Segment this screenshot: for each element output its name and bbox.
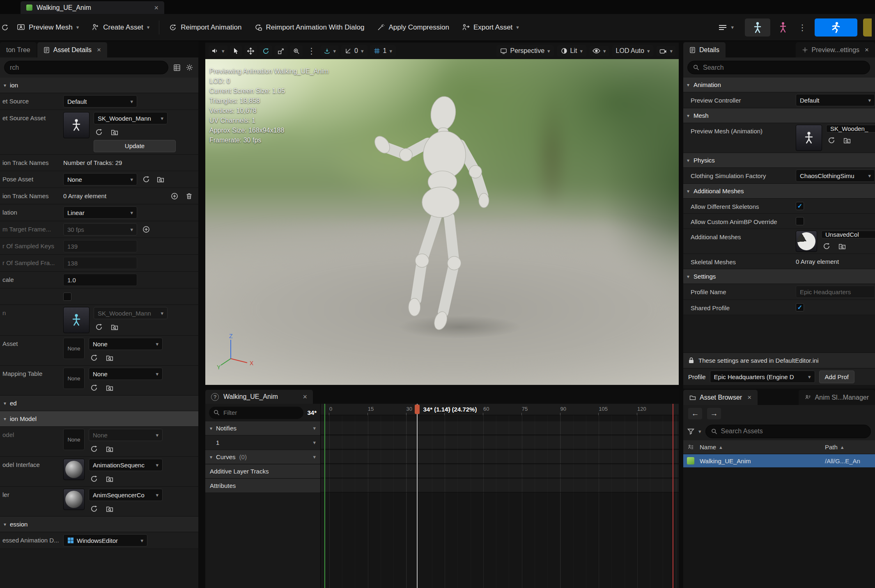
asset-editor-menu-button[interactable]: ▾ xyxy=(713,20,739,35)
back-button[interactable]: ← xyxy=(688,408,702,419)
translate-tool-button[interactable] xyxy=(244,46,257,57)
add-profile-button[interactable]: Add Prof xyxy=(819,371,854,383)
close-tab-icon[interactable]: × xyxy=(747,394,751,401)
odel-interface-dropdown[interactable]: AnimationSequenc▾ xyxy=(89,459,163,471)
row-checkbox[interactable] xyxy=(63,293,71,301)
export-asset-button[interactable]: Export Asset ▾ xyxy=(456,19,524,36)
ler-dropdown[interactable]: AnimSequencerCo▾ xyxy=(89,489,163,501)
timeline-tab[interactable]: ? Walking_UE_Anim × xyxy=(205,390,313,404)
close-tab-icon[interactable]: × xyxy=(97,46,101,53)
track-options-icon[interactable]: ▾ xyxy=(313,454,316,460)
browse-to-asset-icon[interactable] xyxy=(109,322,120,332)
column-path[interactable]: Path ▲ xyxy=(825,444,875,451)
select-tool-button[interactable] xyxy=(230,46,242,57)
track-lane[interactable] xyxy=(321,464,679,478)
category-settings[interactable]: ▾Settings xyxy=(683,269,875,284)
timeline-filter-input[interactable]: Filter xyxy=(209,407,303,419)
collection-thumbnail[interactable] xyxy=(796,231,817,252)
gear-icon[interactable] xyxy=(186,64,193,71)
forward-button[interactable]: → xyxy=(707,408,721,419)
close-tab-icon[interactable]: × xyxy=(865,46,869,53)
use-selected-asset-icon[interactable] xyxy=(826,135,837,146)
update-button[interactable]: Update xyxy=(94,140,176,152)
rotation-snap-button[interactable]: 0 ▾ xyxy=(341,45,367,57)
track-lane[interactable] xyxy=(321,421,679,435)
category-ion[interactable]: ▾ion xyxy=(0,78,198,93)
category-mesh[interactable]: ▾Mesh xyxy=(683,108,875,123)
et-source-dropdown[interactable]: Default▾ xyxy=(63,95,137,108)
search-input[interactable]: rch xyxy=(4,61,168,74)
partial-toolbar-button[interactable] xyxy=(0,19,10,36)
browse-to-asset-icon[interactable] xyxy=(837,241,847,252)
odel-dropdown[interactable]: None▾ xyxy=(89,429,163,441)
use-selected-asset-icon[interactable] xyxy=(821,241,832,252)
track-lane[interactable] xyxy=(321,450,679,464)
allow-different-skeletons-checkbox[interactable]: ✓ xyxy=(796,202,804,210)
rotate-tool-button[interactable] xyxy=(260,46,272,57)
empty-thumbnail[interactable]: None xyxy=(63,429,85,450)
add-element-icon[interactable] xyxy=(169,191,180,201)
r-of-sampled-fra-input[interactable]: 138 xyxy=(63,257,137,269)
skeleton-tool-button[interactable] xyxy=(776,18,790,37)
r-of-sampled-keys-input[interactable]: 139 xyxy=(63,240,137,252)
et-source-asset-dropdown[interactable]: SK_Wooden_Mann▾ xyxy=(94,112,168,124)
track-curves[interactable]: ▾Curves(0)▾ xyxy=(205,450,320,464)
track-1[interactable]: 1▾ xyxy=(205,436,320,449)
viewport-3d-scene[interactable]: Previewing Animation Walking_UE_AnimLOD:… xyxy=(205,59,679,385)
mesh-thumbnail[interactable] xyxy=(796,125,822,151)
allow-custom-animbp-override-checkbox[interactable] xyxy=(796,217,804,225)
use-selected-asset-icon[interactable] xyxy=(89,444,99,454)
focus-selected-button[interactable] xyxy=(290,46,303,57)
asset-dropdown[interactable]: None▾ xyxy=(89,338,163,350)
more-options-icon[interactable]: ⋮ xyxy=(796,23,809,32)
close-tab-icon[interactable]: × xyxy=(303,393,307,400)
tab-skeleton-tree[interactable]: ton Tree xyxy=(0,42,37,57)
asset-search-input[interactable]: Search Assets xyxy=(705,425,871,438)
create-asset-button[interactable]: Create Asset ▾ xyxy=(86,19,155,36)
asset-row-walking-ue-anim[interactable]: Walking_UE_Anim /All/G...E_An xyxy=(683,454,875,468)
profile-dropdown[interactable]: Epic Headquarters (Engine D ▾ xyxy=(710,371,815,383)
category-ession[interactable]: ▾ession xyxy=(0,517,198,532)
track-notifies[interactable]: ▾Notifies▾ xyxy=(205,421,320,435)
tab-asset-details[interactable]: Asset Details × xyxy=(37,42,107,57)
browse-to-asset-icon[interactable] xyxy=(109,127,120,137)
track-additive-layer-tracks[interactable]: Additive Layer Tracks xyxy=(205,464,320,478)
scale-tool-button[interactable] xyxy=(275,46,287,57)
type-column-icon[interactable] xyxy=(683,444,698,450)
timeline-ruler[interactable]: 0153045607590105120 xyxy=(321,404,679,415)
tab-asset-browser[interactable]: Asset Browser × xyxy=(683,390,758,405)
view-options-icon[interactable] xyxy=(173,64,181,71)
filter-icon[interactable] xyxy=(687,428,694,435)
animation-mode-button[interactable] xyxy=(815,18,857,37)
tab-details[interactable]: Details xyxy=(683,42,726,57)
clothing-simulation-factory-dropdown[interactable]: ChaosClothingSimu▾ xyxy=(796,169,875,182)
browse-to-asset-icon[interactable] xyxy=(104,382,115,393)
track-options-icon[interactable]: ▾ xyxy=(313,439,316,446)
perspective-dropdown[interactable]: Perspective ▾ xyxy=(496,45,553,57)
window-tab[interactable]: Walking_UE_Anim × xyxy=(21,1,164,14)
additional-meshes-dropdown[interactable]: UnsavedCol▾ xyxy=(821,231,875,238)
shared-profile-checkbox[interactable]: ✓ xyxy=(796,303,804,311)
skeleton-thumbnail[interactable] xyxy=(63,307,90,333)
browse-to-asset-icon[interactable] xyxy=(104,474,115,484)
use-selected-asset-icon[interactable] xyxy=(94,322,104,332)
browse-to-asset-icon[interactable] xyxy=(155,174,166,185)
expander-icon[interactable]: ▾ xyxy=(210,426,212,431)
lit-mode-dropdown[interactable]: Lit ▾ xyxy=(557,45,586,57)
reimport-animation-button[interactable]: Reimport Animation xyxy=(163,19,247,36)
apply-compression-button[interactable]: Apply Compression xyxy=(371,19,454,36)
help-icon[interactable]: ? xyxy=(211,393,219,401)
use-selected-asset-icon[interactable] xyxy=(89,503,99,514)
tab-anim-slot-manager[interactable]: Anim Sl...Manager xyxy=(799,390,875,405)
cale-input[interactable]: 1.0 xyxy=(63,274,137,286)
track-lane[interactable] xyxy=(321,479,679,492)
sphere-thumbnail[interactable] xyxy=(63,459,85,480)
browse-to-asset-icon[interactable] xyxy=(104,503,115,514)
category-additional-meshes[interactable]: ▾Additional Meshes xyxy=(683,184,875,199)
preview-scene-settings-button[interactable] xyxy=(745,18,770,37)
viewport-more-icon[interactable]: ⋮ xyxy=(305,46,318,56)
profile-name-input[interactable]: Epic Headquarters xyxy=(796,286,875,298)
m-target-frame-dropdown[interactable]: 30 fps▾ xyxy=(63,223,137,236)
audio-toggle-button[interactable]: ▾ xyxy=(209,46,227,56)
browse-to-asset-icon[interactable] xyxy=(104,444,115,454)
